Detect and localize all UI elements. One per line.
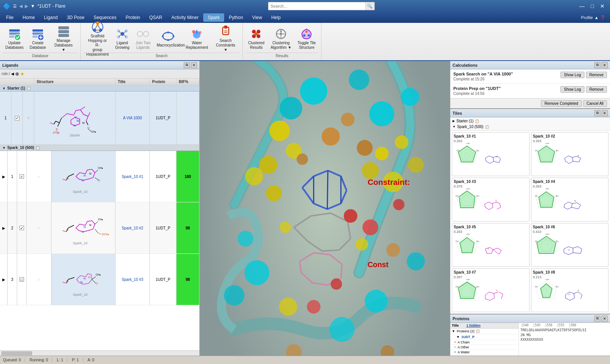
menu-activity-miner[interactable]: Activity Miner (167, 13, 203, 22)
spark2-expand[interactable]: ▶ (0, 202, 8, 253)
recent-btn[interactable]: ▼ (30, 3, 35, 9)
svg-point-12 (96, 22, 99, 25)
minimize-button[interactable]: — (577, 2, 587, 10)
nav-home[interactable]: ⊕ (15, 71, 19, 77)
menu-help[interactable]: Help (266, 13, 285, 22)
ligands-hscroll[interactable] (0, 350, 199, 356)
update-databases-button[interactable]: UpdateDatabases (3, 25, 26, 52)
forward-btn[interactable]: ▶ (25, 3, 28, 9)
system-menu-btn[interactable]: ☰ (13, 4, 17, 9)
3d-view[interactable]: Constraint: Const Clip: 0.6Å (200, 61, 450, 356)
prot-hidden-link[interactable]: 1 hidden (466, 324, 480, 327)
spark2-check[interactable]: ✓ (17, 202, 27, 253)
calc2-show-log[interactable]: Show Log (560, 86, 584, 93)
spark1-star[interactable]: ☆ (27, 151, 51, 202)
water-replace-icon (190, 27, 204, 41)
menu-python[interactable]: Python (224, 13, 247, 22)
svg-line-249 (568, 207, 571, 209)
clustered-results-button[interactable]: ClusteredResults (246, 25, 267, 52)
spark3-check[interactable]: □ (17, 254, 27, 305)
tile-8[interactable]: Spark_10 #8 0.213 Fm+ Et+ Cf+ (531, 268, 609, 312)
svg-point-157 (395, 135, 409, 149)
starter-arrow[interactable]: ▼ (2, 87, 6, 90)
join-two-ligands-button[interactable]: Join TwoLigands (133, 25, 153, 52)
svg-line-319 (574, 292, 578, 293)
global-search[interactable]: 🔍 (268, 2, 375, 10)
row-star-starter[interactable]: ★ (23, 91, 34, 144)
calc1-show-log[interactable]: Show Log (560, 72, 584, 78)
spark3-star[interactable]: ☆ (27, 254, 51, 305)
tile-4[interactable]: Spark_10 #4 0.263 Fm+ Et+ Cf+ (531, 178, 609, 221)
search-input[interactable] (268, 4, 365, 8)
menu-spark[interactable]: Spark (203, 13, 224, 22)
proteins-group-arrow[interactable]: ▼ (452, 329, 455, 333)
nav-back[interactable]: ◀ (11, 72, 14, 76)
search-button[interactable]: 🔍 (365, 2, 374, 10)
svg-text:Fm+: Fm+ (546, 234, 549, 235)
menu-ligand[interactable]: Ligand (39, 13, 62, 22)
spark1-check[interactable]: ✓ (17, 151, 27, 202)
ligands-close-button[interactable]: ✕ (191, 62, 197, 68)
tile-5[interactable]: Spark_10 #5 0.263 Fm+ Et+ Cf+ (452, 223, 530, 267)
calc-float-button[interactable]: ⧉ (594, 62, 600, 68)
scaffold-hopping-button[interactable]: Scaffold Hopping or R-group Replacement (84, 25, 111, 52)
calc-item-2: Protein Prep on "1UDT" Complete at 14:56… (450, 84, 610, 98)
spark1-expand[interactable]: ▶ (0, 151, 8, 202)
remove-completed-button[interactable]: Remove Completed (541, 100, 581, 107)
cancel-all-button[interactable]: Cancel All (583, 100, 607, 107)
profile-menu[interactable]: Profile ▲ ❓ (578, 14, 608, 22)
toggle-tile-button[interactable]: Toggle TileStructure (295, 25, 318, 52)
proteins-float-button[interactable]: ⧉ (594, 316, 600, 322)
tiles-close-button[interactable]: ✕ (602, 110, 608, 116)
tree-starter-arrow[interactable]: ▶ (453, 119, 455, 123)
tile-3[interactable]: Spark_10 #3 0.379 Fm+ Et+ Cf+ (452, 178, 530, 221)
clustering-algorithm-button[interactable]: ClusteringAlgorithm ▼ (268, 25, 294, 52)
close-button[interactable]: ✕ (598, 2, 607, 10)
col-title: Title (116, 79, 150, 85)
svg-point-54 (308, 34, 310, 37)
fav-icon[interactable]: ★ (20, 71, 24, 77)
tiles-float-button[interactable]: ⧉ (594, 110, 600, 116)
manage-databases-label: ManageDatabases ▼ (52, 38, 75, 52)
svg-point-167 (244, 260, 270, 285)
water-replacement-button[interactable]: WaterReplacement (183, 25, 210, 52)
ligands-float-button[interactable]: ⧉ (184, 62, 190, 68)
manage-databases-button[interactable]: ManageDatabases ▼ (50, 25, 77, 52)
create-database-button[interactable]: CreateDatabase (27, 25, 48, 52)
tile-2[interactable]: Spark_10 #2 0.263 Fm+ Et+ Cf+ (531, 132, 609, 176)
menu-view[interactable]: View (248, 13, 267, 22)
spark2-star[interactable]: ☆ (27, 202, 51, 253)
menu-file[interactable]: File (2, 13, 18, 22)
spark-arrow[interactable]: ▼ (2, 146, 6, 150)
tile-1[interactable]: Spark_10 #1 0.263 Fm+ Et+ Cf+ (452, 132, 530, 176)
svg-point-149 (270, 121, 290, 141)
hscroll-thumb[interactable] (2, 351, 32, 355)
calc2-remove[interactable]: Remove (586, 86, 607, 93)
menu-3dpose[interactable]: 3D Pose (62, 13, 89, 22)
menu-qsar[interactable]: QSAR (145, 13, 167, 22)
tile-7[interactable]: Spark_10 #7 0.397 Fm+ Et+ Cf+ (452, 268, 530, 312)
svg-line-110 (68, 277, 74, 279)
menu-home[interactable]: Home (18, 13, 39, 22)
main-area: Ligands ⧉ ✕ nde:/ ◀ ⊕ ★ Structure Title … (0, 61, 610, 356)
tree-spark-arrow[interactable]: ▼ (453, 125, 456, 128)
search-constraints-button[interactable]: SearchConstraints ▼ (212, 25, 239, 52)
tile-6[interactable]: Spark_10 #6 0.410 Fm+ Et+ Cf+ (531, 223, 609, 267)
proteins-close-button[interactable]: ✕ (602, 316, 608, 322)
calc-close-button[interactable]: ✕ (602, 62, 608, 68)
back-btn[interactable]: ◀ (19, 3, 22, 9)
spark3-expand[interactable]: ▶ (0, 254, 8, 305)
ligand-growing-button[interactable]: LigandGrowing (113, 25, 132, 52)
svg-text:Cf+: Cf+ (457, 149, 460, 152)
maximize-button[interactable]: □ (589, 2, 596, 10)
row-check-starter[interactable]: ✓ (11, 91, 23, 144)
profile-help[interactable]: ❓ (600, 15, 605, 20)
macrocyclization-button[interactable]: Macrocyclization (154, 25, 182, 52)
svg-line-285 (573, 247, 578, 248)
menu-protein[interactable]: Protein (121, 13, 144, 22)
calc1-remove[interactable]: Remove (586, 72, 607, 78)
svg-line-305 (501, 294, 503, 299)
protein-1udt-arrow[interactable]: ▼ (456, 335, 460, 339)
svg-line-131 (327, 171, 327, 209)
ligands-table-header: Structure Title Protein BIF% (0, 79, 199, 85)
